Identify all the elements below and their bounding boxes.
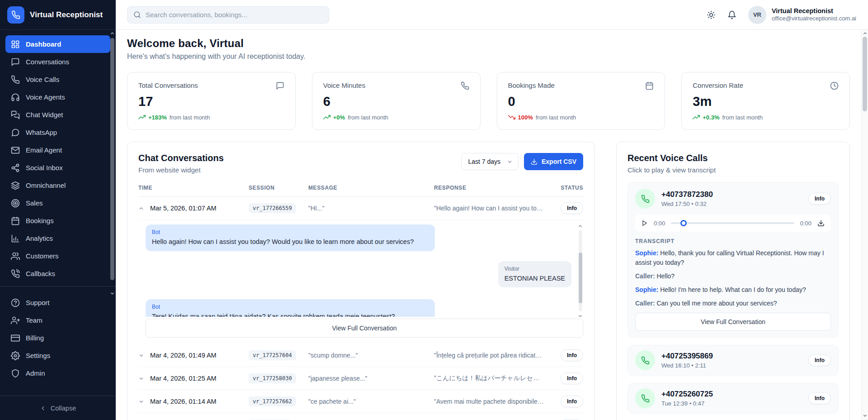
- player-seek-slider[interactable]: [671, 222, 794, 224]
- chevron-up-icon[interactable]: [578, 224, 583, 229]
- view-full-conversation-button[interactable]: View Full Conversation: [146, 319, 583, 338]
- sidebar-item-whatsapp[interactable]: WhatsApp: [5, 124, 110, 141]
- search-box[interactable]: [127, 6, 329, 24]
- column-response: RESPONSE: [434, 185, 550, 191]
- sidebar-item-billing[interactable]: Billing: [5, 329, 110, 347]
- play-button[interactable]: [642, 220, 648, 226]
- sidebar-item-team[interactable]: Team: [5, 311, 110, 329]
- phone-call-icon: [635, 189, 655, 209]
- sidebar-item-chat-widget[interactable]: Chat Widget: [5, 106, 110, 124]
- download-icon: [531, 158, 538, 165]
- info-button[interactable]: Info: [808, 193, 831, 205]
- stat-label: Conversion Rate: [693, 81, 743, 89]
- theme-toggle-button[interactable]: [707, 10, 716, 19]
- sidebar-item-social-inbox[interactable]: Social Inbox: [5, 159, 110, 177]
- sidebar-item-sales[interactable]: Sales: [5, 194, 110, 212]
- row-time: Mar 5, 2026, 01:07 AM: [150, 205, 249, 212]
- speaker-name: Caller:: [635, 272, 655, 280]
- recent-voice-calls-panel: Recent Voice Calls Click to play & view …: [616, 142, 850, 420]
- table-row[interactable]: Mar 4, 2026, 01:49 AM vr_177257604 "scum…: [138, 344, 583, 367]
- sidebar-item-label: Team: [26, 316, 42, 324]
- chevron-down-icon[interactable]: [138, 376, 150, 382]
- column-session: SESSION: [249, 185, 308, 191]
- voice-call-card[interactable]: +40737872380 Wed 17:50 • 0:32 Info 0:00 …: [627, 182, 839, 338]
- chevron-up-icon[interactable]: [110, 31, 115, 36]
- call-meta: Tue 12:39 • 0:47: [661, 400, 713, 407]
- chevron-down-icon[interactable]: [138, 399, 150, 405]
- sidebar-item-voice-calls[interactable]: Voice Calls: [5, 71, 110, 88]
- sidebar-item-conversations[interactable]: Conversations: [5, 53, 110, 71]
- chevron-down-icon[interactable]: [863, 413, 868, 418]
- chevron-down-icon[interactable]: [138, 353, 150, 358]
- sidebar-item-analytics[interactable]: Analytics: [5, 229, 110, 247]
- user-email: office@virtualreceptionist.com.ai: [772, 15, 856, 23]
- sidebar-scrollbar[interactable]: [109, 33, 115, 291]
- sidebar-item-label: Email Agent: [26, 146, 62, 154]
- collapse-label: Collapse: [51, 405, 76, 412]
- sidebar-scrollbar-thumb[interactable]: [110, 38, 114, 280]
- sidebar-item-customers[interactable]: Customers: [5, 247, 110, 265]
- chevron-up-icon[interactable]: [138, 205, 150, 211]
- sidebar-item-label: Dashboard: [26, 40, 61, 48]
- table-row[interactable]: Mar 4, 2026, 01:14 AM vr_177257662 "ce p…: [138, 390, 583, 413]
- notifications-button[interactable]: [727, 10, 736, 19]
- sidebar-item-email-agent[interactable]: Email Agent: [5, 141, 110, 159]
- voice-call-card[interactable]: +40725260725 Tue 12:39 • 0:47 Info: [627, 383, 839, 414]
- visitor-message-bubble: Visitor ESTONIAN PLEASE: [498, 261, 571, 288]
- export-csv-button[interactable]: Export CSV: [524, 153, 583, 170]
- stat-delta-suffix: from last month: [170, 114, 210, 121]
- player-total-time: 0:00: [800, 220, 811, 227]
- sidebar-item-omnichannel[interactable]: Omnichannel: [5, 177, 110, 194]
- sidebar-item-admin[interactable]: Admin: [5, 364, 110, 382]
- page-scrollbar-thumb[interactable]: [863, 37, 867, 111]
- player-seek-handle[interactable]: [680, 220, 687, 226]
- table-row-partial[interactable]: [138, 413, 583, 420]
- transcript-text: Hello?: [656, 272, 675, 280]
- sidebar-item-label: Billing: [26, 334, 44, 342]
- conversation-scrollbar-thumb[interactable]: [579, 253, 582, 303]
- sidebar-item-callbacks[interactable]: Callbacks: [5, 265, 110, 282]
- collapse-sidebar-button[interactable]: Collapse: [0, 396, 116, 420]
- info-button[interactable]: Info: [561, 202, 583, 214]
- table-row[interactable]: Mar 4, 2026, 01:25 AM vr_177258030 "japa…: [138, 367, 583, 390]
- table-row[interactable]: Mar 5, 2026, 01:07 AM vr_177266559 "HI..…: [138, 197, 583, 220]
- user-menu[interactable]: VR Virtual Receptionist office@virtualre…: [748, 6, 856, 24]
- sidebar-item-settings[interactable]: Settings: [5, 347, 110, 364]
- stat-delta-value: +183%: [148, 114, 167, 121]
- search-input[interactable]: [146, 11, 323, 19]
- sidebar-item-dashboard[interactable]: Dashboard: [5, 35, 110, 53]
- conversation-scrollbar[interactable]: [577, 224, 583, 317]
- sidebar-item-voice-agents[interactable]: Voice Agents: [5, 88, 110, 106]
- shield-icon: [11, 369, 20, 378]
- info-button[interactable]: Info: [808, 392, 831, 404]
- sidebar-item-support[interactable]: Support: [5, 294, 110, 311]
- stat-delta-suffix: from last month: [722, 114, 763, 121]
- info-button[interactable]: Info: [561, 396, 583, 407]
- download-recording-button[interactable]: [817, 220, 825, 227]
- row-time: Mar 4, 2026, 01:25 AM: [150, 375, 249, 382]
- chevron-up-icon[interactable]: [863, 31, 868, 36]
- chevron-down-icon[interactable]: [578, 314, 583, 317]
- chat-conversations-panel: Chat Conversations From website widget L…: [127, 142, 594, 420]
- chevron-down-icon[interactable]: [110, 291, 115, 296]
- clock-icon: [830, 81, 839, 90]
- sidebar-item-label: Customers: [26, 252, 59, 260]
- page-scrollbar[interactable]: [861, 30, 868, 420]
- sun-icon: [707, 10, 716, 19]
- info-button[interactable]: Info: [808, 354, 831, 366]
- stat-value: 17: [138, 94, 284, 109]
- stat-value: 6: [323, 94, 469, 109]
- voice-call-card[interactable]: +40725395869 Wed 16:10 • 2:11 Info: [627, 345, 839, 376]
- view-full-conversation-button[interactable]: View Full Conversation: [635, 313, 831, 331]
- info-button[interactable]: Info: [561, 349, 583, 361]
- date-range-value: Last 7 days: [468, 158, 500, 165]
- sidebar-item-bookings[interactable]: Bookings: [5, 212, 110, 229]
- share-icon: [11, 163, 20, 172]
- voice-panel-title: Recent Voice Calls: [627, 153, 839, 163]
- date-range-select[interactable]: Last 7 days: [461, 153, 519, 170]
- row-message: "HI...": [308, 205, 434, 212]
- transcript-text: Can you tell me more about your services…: [656, 300, 777, 307]
- headphones-icon: [11, 93, 20, 102]
- info-button[interactable]: Info: [561, 372, 583, 384]
- conversation-scroll-area[interactable]: Bot Hello again! How can I assist you to…: [146, 224, 583, 317]
